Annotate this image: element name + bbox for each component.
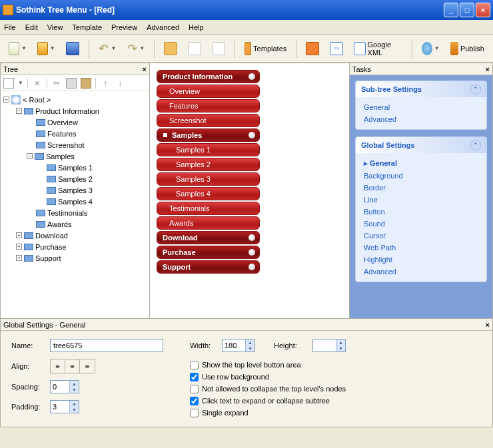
width-input[interactable] bbox=[223, 341, 245, 349]
task-item[interactable]: Advanced bbox=[364, 266, 478, 278]
align-left-button[interactable]: ≡ bbox=[51, 359, 65, 373]
checkbox[interactable] bbox=[190, 409, 199, 417]
tree-new-icon[interactable] bbox=[3, 78, 14, 89]
expander-icon[interactable]: + bbox=[16, 255, 22, 261]
checkbox[interactable] bbox=[190, 373, 199, 381]
tool-2[interactable] bbox=[185, 39, 205, 59]
open-button[interactable]: ▼ bbox=[34, 39, 59, 59]
checkbox[interactable] bbox=[190, 361, 199, 369]
tree-node[interactable]: Samples 2 bbox=[3, 173, 147, 184]
menu-advanced[interactable]: Advanced bbox=[147, 23, 179, 31]
expander-icon[interactable]: − bbox=[16, 108, 22, 114]
task-item[interactable]: Border bbox=[364, 182, 478, 194]
tree-node[interactable]: Features bbox=[3, 128, 147, 139]
padding-spinner[interactable]: ▲▼ bbox=[50, 400, 79, 413]
preview-item[interactable]: Product Information bbox=[157, 70, 260, 83]
xml-tool-1[interactable] bbox=[302, 39, 322, 59]
collapse-icon[interactable]: ⌃ bbox=[470, 84, 481, 95]
height-spinner[interactable]: ▲▼ bbox=[312, 339, 346, 352]
preview-item[interactable]: Overview bbox=[157, 85, 260, 98]
move-down-icon[interactable]: ↓ bbox=[115, 78, 125, 89]
preview-item[interactable]: Awards bbox=[157, 216, 260, 230]
checkbox[interactable] bbox=[190, 397, 199, 405]
tree-node[interactable]: Samples 4 bbox=[3, 196, 147, 207]
menu-template[interactable]: Template bbox=[72, 23, 102, 31]
task-item[interactable]: Web Path bbox=[364, 242, 478, 254]
expander-icon[interactable]: − bbox=[3, 97, 9, 103]
tree-node[interactable]: Screenshot bbox=[3, 139, 147, 150]
preview-item[interactable]: Download bbox=[157, 231, 260, 244]
expander-icon[interactable]: + bbox=[16, 244, 22, 250]
google-xml-button[interactable]: Google XML bbox=[350, 39, 406, 59]
xml-tool-2[interactable]: <> bbox=[326, 39, 346, 59]
tasks-panel-close[interactable]: × bbox=[486, 65, 490, 73]
task-item[interactable]: General bbox=[364, 101, 478, 113]
tree-node[interactable]: +Purchase bbox=[3, 241, 147, 252]
minimize-button[interactable]: _ bbox=[444, 3, 458, 17]
preview-item[interactable]: Samples 3 bbox=[157, 172, 260, 186]
task-item[interactable]: Line bbox=[364, 194, 478, 206]
task-item[interactable]: Button bbox=[364, 206, 478, 218]
tree-node[interactable]: Awards bbox=[3, 218, 147, 230]
search-button[interactable]: ▼ bbox=[418, 39, 443, 59]
tree-panel-close[interactable]: × bbox=[143, 65, 147, 73]
tree-node[interactable]: Samples 1 bbox=[3, 162, 147, 173]
align-right-button[interactable]: ≡ bbox=[80, 359, 95, 373]
save-button[interactable] bbox=[63, 39, 83, 59]
height-input[interactable] bbox=[313, 341, 336, 349]
move-up-icon[interactable]: ↑ bbox=[100, 78, 111, 89]
tree-node[interactable]: −Product Information bbox=[3, 105, 147, 116]
settings-panel-close[interactable]: × bbox=[486, 321, 490, 329]
padding-input[interactable] bbox=[51, 403, 69, 411]
preview-item[interactable]: Testimonials bbox=[157, 202, 260, 215]
expander-icon[interactable]: − bbox=[27, 153, 33, 159]
menu-file[interactable]: File bbox=[4, 23, 16, 31]
redo-button[interactable]: ↷▼ bbox=[123, 39, 148, 59]
tree-node[interactable]: Samples 3 bbox=[3, 184, 147, 196]
preview-item[interactable]: Samples 4 bbox=[157, 187, 260, 200]
expander-icon[interactable]: + bbox=[16, 232, 22, 238]
preview-item[interactable]: Screenshot bbox=[157, 114, 260, 127]
new-button[interactable]: ▼ bbox=[5, 39, 30, 59]
preview-item[interactable]: Support bbox=[157, 260, 260, 274]
tree-body[interactable]: − < Root > −Product InformationOverviewF… bbox=[1, 91, 149, 318]
maximize-button[interactable]: □ bbox=[460, 3, 474, 17]
preview-item[interactable]: Samples bbox=[157, 128, 260, 142]
menu-help[interactable]: Help bbox=[189, 23, 204, 31]
cut-icon[interactable]: ✂ bbox=[51, 78, 62, 89]
collapse-icon[interactable]: ⌃ bbox=[470, 140, 481, 150]
preview-item[interactable]: Samples 2 bbox=[157, 158, 260, 171]
menu-preview[interactable]: Preview bbox=[111, 23, 137, 31]
task-item[interactable]: Advanced bbox=[364, 113, 478, 125]
width-spinner[interactable]: ▲▼ bbox=[222, 339, 255, 352]
menu-view[interactable]: View bbox=[47, 23, 63, 31]
preview-item[interactable]: Samples 1 bbox=[157, 143, 260, 156]
tool-3[interactable] bbox=[209, 39, 229, 59]
preview-item[interactable]: Features bbox=[157, 99, 260, 112]
tree-new-dropdown[interactable]: ▼ bbox=[18, 80, 23, 86]
task-group-header[interactable]: Sub-tree Settings⌃ bbox=[356, 81, 486, 97]
task-item[interactable]: Sound bbox=[364, 218, 478, 230]
copy-icon[interactable] bbox=[66, 78, 77, 89]
tree-root[interactable]: − < Root > bbox=[3, 94, 147, 105]
undo-button[interactable]: ↶▼ bbox=[95, 39, 119, 59]
spacing-spinner[interactable]: ▲▼ bbox=[50, 380, 79, 393]
templates-button[interactable]: Templates bbox=[241, 39, 290, 59]
task-group-header[interactable]: Global Settings⌃ bbox=[356, 137, 486, 153]
tree-node[interactable]: +Support bbox=[3, 252, 147, 264]
delete-icon[interactable]: × bbox=[32, 78, 43, 89]
spacing-input[interactable] bbox=[51, 383, 69, 391]
publish-button[interactable]: Publish bbox=[447, 39, 488, 59]
tree-node[interactable]: +Download bbox=[3, 230, 147, 241]
menu-edit[interactable]: Edit bbox=[25, 23, 38, 31]
task-item[interactable]: Highlight bbox=[364, 254, 478, 266]
task-item[interactable]: General bbox=[364, 157, 478, 170]
name-input[interactable] bbox=[50, 339, 163, 352]
tree-node[interactable]: Overview bbox=[3, 116, 147, 128]
align-center-button[interactable]: ≡ bbox=[65, 359, 80, 373]
close-button[interactable]: × bbox=[476, 3, 490, 17]
tool-1[interactable] bbox=[161, 39, 181, 59]
tree-node[interactable]: −Samples bbox=[3, 150, 147, 162]
preview-item[interactable]: Purchase bbox=[157, 246, 260, 259]
paste-icon[interactable] bbox=[81, 78, 91, 89]
